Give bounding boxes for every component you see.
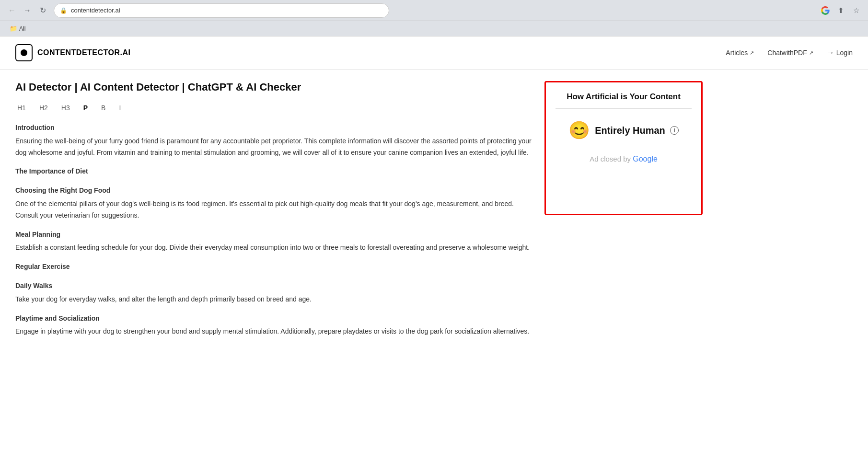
- section-playtime: Playtime and Socialization Engage in pla…: [15, 313, 533, 338]
- section-exercise-heading: Regular Exercise: [15, 261, 533, 273]
- bookmarks-all-label: All: [19, 25, 25, 32]
- formatting-toolbar: H1 H2 H3 P B I: [15, 103, 533, 113]
- login-arrow-icon: →: [827, 48, 834, 57]
- browser-nav-buttons: ← → ↻: [6, 4, 49, 17]
- google-icon-button[interactable]: [819, 4, 832, 17]
- back-button[interactable]: ←: [6, 4, 18, 17]
- login-label: Login: [836, 49, 853, 57]
- ad-divider: [556, 108, 692, 109]
- section-playtime-heading: Playtime and Socialization: [15, 313, 533, 324]
- lock-icon: 🔒: [60, 7, 67, 14]
- section-meal-planning: Meal Planning Establish a constant feedi…: [15, 229, 533, 254]
- h1-button[interactable]: H1: [15, 103, 28, 113]
- info-icon[interactable]: i: [670, 126, 679, 135]
- site-header: CONTENTDETECTOR.AI Articles ↗ ChatwithPD…: [0, 36, 868, 70]
- forward-icon: →: [23, 6, 31, 15]
- ad-closed-text: Ad closed by: [590, 155, 633, 163]
- page-wrapper: CONTENTDETECTOR.AI Articles ↗ ChatwithPD…: [0, 36, 868, 475]
- share-button[interactable]: ⬆: [834, 4, 847, 17]
- h3-button[interactable]: H3: [59, 103, 72, 113]
- section-walks-heading: Daily Walks: [15, 280, 533, 292]
- ad-closed-section: Ad closed by Google: [556, 155, 692, 163]
- forward-button[interactable]: →: [21, 4, 34, 17]
- result-emoji: 😊: [568, 120, 590, 140]
- italic-button[interactable]: I: [117, 103, 123, 113]
- page-title: AI Detector | AI Content Detector | Chat…: [15, 81, 533, 93]
- ad-widget: How Artificial is Your Content 😊 Entirel…: [544, 81, 703, 215]
- section-introduction-body: Ensuring the well-being of your furry go…: [15, 136, 533, 159]
- chat-with-pdf-label: ChatwithPDF: [767, 49, 807, 57]
- articles-link[interactable]: Articles ↗: [726, 49, 754, 57]
- right-sidebar: How Artificial is Your Content 😊 Entirel…: [544, 81, 703, 343]
- ai-result: 😊 Entirely Human i: [556, 120, 692, 140]
- p-button[interactable]: P: [81, 103, 90, 113]
- h2-button[interactable]: H2: [37, 103, 50, 113]
- section-diet: The Importance of Diet: [15, 166, 533, 177]
- external-link-icon: ↗: [750, 50, 754, 56]
- chat-with-pdf-link[interactable]: ChatwithPDF ↗: [767, 49, 813, 57]
- login-button[interactable]: → Login: [827, 48, 853, 57]
- result-label: Entirely Human: [595, 125, 665, 136]
- section-diet-heading: The Importance of Diet: [15, 166, 533, 177]
- section-walks: Daily Walks Take your dog for everyday w…: [15, 280, 533, 305]
- browser-chrome: ← → ↻ 🔒 contentdetector.ai ⬆ ☆: [0, 0, 868, 21]
- section-meal-planning-heading: Meal Planning: [15, 229, 533, 241]
- bookmark-button[interactable]: ☆: [850, 4, 862, 17]
- b-button[interactable]: B: [99, 103, 107, 113]
- section-dog-food-heading: Choosing the Right Dog Food: [15, 185, 533, 197]
- refresh-icon: ↻: [40, 6, 46, 15]
- section-introduction-heading: Introduction: [15, 122, 533, 134]
- main-content: AI Detector | AI Content Detector | Chat…: [0, 70, 868, 355]
- bookmarks-all-item[interactable]: 📁 All: [6, 23, 29, 34]
- section-dog-food-body: One of the elemental pillars of your dog…: [15, 198, 533, 221]
- google-svg-icon: [821, 6, 830, 15]
- refresh-button[interactable]: ↻: [36, 4, 49, 17]
- google-brand-text: Google: [633, 155, 658, 163]
- section-meal-planning-body: Establish a constant feeding schedule fo…: [15, 242, 533, 254]
- section-introduction: Introduction Ensuring the well-being of …: [15, 122, 533, 158]
- external-link-icon-2: ↗: [809, 50, 813, 56]
- site-logo-text: CONTENTDETECTOR.AI: [37, 48, 130, 57]
- url-text: contentdetector.ai: [71, 7, 120, 14]
- section-dog-food: Choosing the Right Dog Food One of the e…: [15, 185, 533, 221]
- back-icon: ←: [8, 6, 16, 15]
- section-playtime-body: Engage in playtime with your dog to stre…: [15, 326, 533, 337]
- content-area: AI Detector | AI Content Detector | Chat…: [15, 81, 533, 343]
- section-walks-body: Take your dog for everyday walks, and al…: [15, 294, 533, 305]
- ad-widget-title: How Artificial is Your Content: [556, 92, 692, 102]
- bookmark-icon: ☆: [853, 6, 859, 15]
- logo-icon-inner: [21, 49, 27, 56]
- logo-icon: [15, 44, 33, 61]
- share-icon: ⬆: [838, 6, 844, 15]
- address-bar[interactable]: 🔒 contentdetector.ai: [54, 3, 389, 18]
- site-logo[interactable]: CONTENTDETECTOR.AI: [15, 44, 130, 61]
- browser-actions: ⬆ ☆: [819, 4, 862, 17]
- articles-label: Articles: [726, 49, 748, 57]
- bookmarks-bar: 📁 All: [0, 21, 868, 36]
- site-nav: Articles ↗ ChatwithPDF ↗ → Login: [726, 48, 853, 57]
- article-body: Introduction Ensuring the well-being of …: [15, 122, 533, 337]
- section-exercise: Regular Exercise: [15, 261, 533, 273]
